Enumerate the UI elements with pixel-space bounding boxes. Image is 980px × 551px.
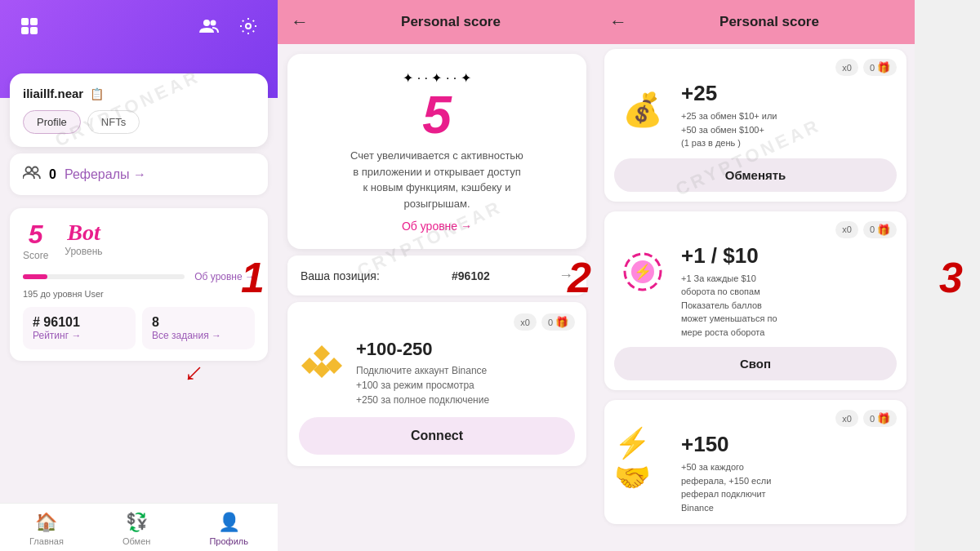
progress-bar <box>23 274 185 279</box>
badge-points-num: 0 <box>548 318 553 327</box>
rating-label: Рейтинг → <box>33 330 126 341</box>
svg-rect-2 <box>21 27 29 34</box>
rating-block[interactable]: # 96101 Рейтинг → <box>23 307 136 349</box>
svg-point-6 <box>246 24 251 29</box>
exchange-button[interactable]: Обменять <box>614 158 897 192</box>
task-desc: Подключите аккаунт Binance +100 за режим… <box>356 363 575 407</box>
referral-icon: ⚡🤝 <box>614 432 671 489</box>
svg-rect-1 <box>30 18 38 25</box>
svg-text:⚡: ⚡ <box>634 263 653 281</box>
reward2-points: +1 / $10 <box>681 243 897 269</box>
progress-text: 195 до уровня User <box>23 289 255 299</box>
profile-nav-icon: 👤 <box>218 512 240 533</box>
reward1-content: 💰 +25 +25 за обмен $10+ или +50 за обмен… <box>614 81 897 150</box>
reward3-desc: +50 за каждого реферала, +150 если рефер… <box>681 460 897 514</box>
back-button[interactable]: ← <box>291 11 309 33</box>
referral-icon <box>23 165 41 184</box>
svg-point-4 <box>203 20 210 26</box>
reward3-badge-points: 0 🎁 <box>863 410 897 427</box>
referral-row: 0 Рефералы → <box>10 153 268 195</box>
binance-task-card: x0 0 🎁 +100-250 <box>287 302 586 466</box>
red-number-2: 2 <box>568 253 591 302</box>
referral-label[interactable]: Рефералы → <box>65 167 146 182</box>
score-section: 5 Score Bot Уровень Об уровне → 195 до у… <box>10 208 268 361</box>
rating-number: # 96101 <box>33 315 126 330</box>
reward3-badge-icon: 🎁 <box>877 412 890 424</box>
bottom-nav: 🏠 Главная 💱 Обмен 👤 Профиль <box>0 503 278 551</box>
badge-x0-label: x0 <box>520 318 530 327</box>
user-card: iliaillf.near 📋 Profile NFTs <box>10 73 268 147</box>
nav-profile-label: Профиль <box>209 536 248 546</box>
score-description: Счет увеличивается с активностью в прило… <box>304 148 570 211</box>
reward2-content: ⚡ +1 / $10 +1 За каждые $10 оборота по с… <box>614 243 897 340</box>
score-label: Score <box>23 250 48 261</box>
tasks-block[interactable]: 8 Все задания → <box>142 307 255 349</box>
reward2-badge-x0: x0 <box>835 221 858 238</box>
reward3-content: ⚡🤝 +150 +50 за каждого реферала, +150 ес… <box>614 432 897 514</box>
people-icon[interactable] <box>196 13 222 39</box>
score-number: 5 <box>23 220 48 250</box>
reward2-badge-icon: 🎁 <box>877 224 890 236</box>
task-badges: x0 0 🎁 <box>299 313 575 331</box>
panel-rewards: ← Personal score x0 0 🎁 💰 +25 +25 за обм… <box>596 0 915 551</box>
copy-icon[interactable]: 📋 <box>90 87 104 100</box>
panel2-title: Personal score <box>318 14 583 30</box>
task-content: +100-250 Подключите аккаунт Binance +100… <box>299 339 575 407</box>
about-level-button[interactable]: Об уровне → <box>304 220 570 233</box>
referral-count: 0 <box>49 167 56 182</box>
grid-icon[interactable] <box>16 13 42 39</box>
tab-nfts[interactable]: NFTs <box>87 110 140 134</box>
reward1-desc: +25 за обмен $10+ или +50 за обмен $100+… <box>681 109 897 150</box>
red-number-3: 3 <box>939 253 963 302</box>
reward3-badge-x0: x0 <box>835 410 858 427</box>
badge-x0: x0 <box>514 313 537 331</box>
username-row: iliaillf.near 📋 <box>23 87 255 100</box>
reward1-points: +25 <box>681 81 897 106</box>
settings-icon[interactable] <box>235 13 261 39</box>
tasks-number: 8 <box>152 315 245 330</box>
svg-rect-0 <box>21 18 29 25</box>
panel3-header: ← Personal score <box>596 0 915 44</box>
tab-profile[interactable]: Profile <box>23 110 81 134</box>
task-points: +100-250 <box>356 339 575 360</box>
home-icon: 🏠 <box>35 512 57 533</box>
username: iliaillf.near <box>23 87 83 100</box>
panel3-title: Personal score <box>637 14 902 30</box>
nav-exchange[interactable]: 💱 Обмен <box>122 512 150 546</box>
score-card: ✦ · · ✦ · · ✦ 5 Счет увеличивается с акт… <box>287 54 586 249</box>
progress-fill <box>23 274 47 279</box>
reward3-points: +150 <box>681 432 897 457</box>
nav-profile[interactable]: 👤 Профиль <box>209 512 248 546</box>
connect-button[interactable]: Connect <box>299 417 575 455</box>
panel-personal-score: ← Personal score ✦ · · ✦ · · ✦ 5 Счет ув… <box>278 0 596 551</box>
red-number-1: 1 <box>241 253 265 302</box>
reward1-badge-x0: x0 <box>835 59 858 76</box>
reward2-badge-points: 0 🎁 <box>863 221 897 238</box>
tasks-label: Все задания → <box>152 330 245 341</box>
svg-point-8 <box>33 167 38 173</box>
reward-card-2: x0 0 🎁 ⚡ +1 / $10 +1 За каждые <box>604 211 906 391</box>
reward2-info: +1 / $10 +1 За каждые $10 оборота по сво… <box>681 243 897 340</box>
header-icons <box>16 13 42 39</box>
reward2-badges: x0 0 🎁 <box>614 221 897 243</box>
binance-logo <box>299 339 345 384</box>
badge-icon: 🎁 <box>555 316 568 328</box>
profile-tabs: Profile NFTs <box>23 110 255 134</box>
position-bar: Ваша позиция: #96102 → <box>287 256 586 295</box>
panel2-header: ← Personal score <box>278 0 596 44</box>
reward-card-1: x0 0 🎁 💰 +25 +25 за обмен $10+ или +50 з… <box>604 49 906 202</box>
svg-point-7 <box>26 167 32 173</box>
reward3-info: +150 +50 за каждого реферала, +150 если … <box>681 432 897 514</box>
nav-home[interactable]: 🏠 Главная <box>29 512 64 546</box>
confetti-decor: ✦ · · ✦ · · ✦ <box>304 70 570 86</box>
nav-home-label: Главная <box>29 536 64 546</box>
task-info: +100-250 Подключите аккаунт Binance +100… <box>356 339 575 407</box>
svg-point-5 <box>211 20 216 26</box>
panel3-back-button[interactable]: ← <box>609 11 627 33</box>
reward1-badges: x0 0 🎁 <box>614 59 897 81</box>
badge-points: 0 🎁 <box>541 313 575 331</box>
exchange-icon: 💱 <box>126 512 148 533</box>
swap-button[interactable]: Своп <box>614 347 897 380</box>
reward2-desc: +1 За каждые $10 оборота по свопам Показ… <box>681 272 897 340</box>
level-label: Уровень <box>65 246 102 257</box>
